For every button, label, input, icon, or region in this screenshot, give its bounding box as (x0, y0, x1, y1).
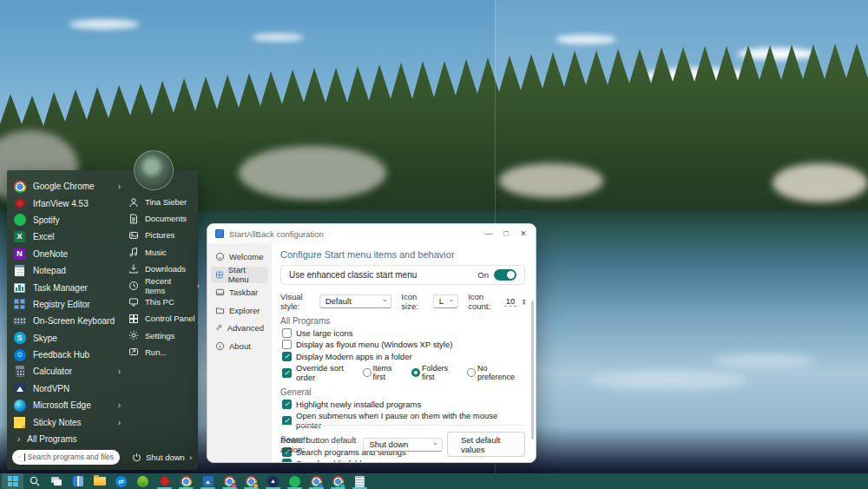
checkbox[interactable]: ✓ (282, 459, 292, 463)
close-button[interactable]: ✕ (515, 225, 532, 242)
start-item-notepad[interactable]: Notepad (13, 262, 122, 279)
start-item-on-screen-keyboard[interactable]: On-Screen Keyboard (13, 313, 122, 329)
start-menu-bottom-bar: Search programs and files Shut down › (12, 448, 193, 466)
search-icon (30, 476, 40, 486)
start-item-sticky-notes[interactable]: Sticky Notes › (13, 413, 122, 430)
document-icon (128, 214, 139, 224)
start-search-input[interactable]: Search programs and files (12, 450, 120, 465)
start-item-task-manager[interactable]: Task Manager (13, 279, 122, 295)
start-item-microsoft-edge[interactable]: Microsoft Edge › (13, 397, 122, 413)
radio-button[interactable] (411, 368, 420, 377)
user-avatar[interactable] (134, 150, 174, 190)
start-item-google-chrome[interactable]: Google Chrome › (13, 178, 122, 195)
set-default-values-button[interactable]: Set default values (447, 432, 525, 457)
checkbox-search-public-folders[interactable]: ✓ Search public folders (282, 459, 525, 463)
radio-button[interactable] (363, 368, 372, 377)
radio-no-preference[interactable]: No preference (467, 364, 525, 381)
start-item-excel[interactable]: X Excel (13, 228, 122, 245)
checkbox-override-sort-order[interactable]: ✓ Override sort order (282, 363, 363, 382)
window-app-icon (355, 476, 365, 487)
start-item-run[interactable]: Run... (128, 344, 200, 360)
spotify-icon (13, 214, 26, 227)
taskbar-spotify[interactable] (284, 473, 306, 489)
start-item-this-pc[interactable]: This PC (128, 294, 200, 310)
taskbar-chrome-profile-orange[interactable] (240, 473, 262, 489)
icon-size-select[interactable]: L ⌄ (433, 294, 458, 308)
taskbar-chrome[interactable] (175, 473, 197, 489)
checkbox[interactable]: ✓ (282, 400, 292, 409)
taskbar-chrome-profile-pink[interactable] (219, 473, 240, 489)
tab-advanced[interactable]: Advanced (211, 320, 268, 337)
start-item-label: Task Manager (33, 283, 122, 293)
start-menu: Google Chrome › IrfanView 4.53 Spotify X… (7, 170, 198, 470)
radio-items-first[interactable]: Items first (363, 364, 405, 381)
start-item-music[interactable]: Music (128, 244, 200, 261)
edge-icon (13, 399, 26, 412)
checkbox-flyout-menu[interactable]: Display as flyout menu (Windows XP style… (282, 340, 525, 349)
tab-start-menu[interactable]: Start Menu (211, 267, 268, 284)
enhanced-start-menu-toggle[interactable] (494, 269, 516, 281)
start-item-settings[interactable]: Settings (128, 327, 200, 344)
start-item-recent-items[interactable]: Recent Items › (128, 277, 200, 294)
checkbox-highlight-new-programs[interactable]: ✓ Highlight newly installed programs (282, 400, 525, 409)
start-button[interactable] (2, 473, 23, 489)
shutdown-button[interactable]: Shut down › (132, 453, 192, 462)
start-item-skype[interactable]: S Skype (13, 330, 122, 347)
taskbar-nordvpn[interactable]: ▲ (262, 473, 284, 489)
start-item-label: Documents (145, 214, 187, 223)
tab-welcome[interactable]: Welcome (211, 248, 268, 266)
tab-explorer[interactable]: Explorer (211, 302, 268, 320)
start-item-nordvpn[interactable]: NordVPN (13, 380, 122, 397)
checkbox-modern-apps-folder[interactable]: ✓ Display Modern apps in a folder (282, 352, 525, 361)
power-action-value: Shut down (369, 439, 408, 449)
start-item-label: Recent Items (145, 276, 191, 295)
start-item-feedback-hub[interactable]: ☺ Feedback Hub (13, 347, 122, 363)
radio-folders-first[interactable]: Folders first (411, 364, 461, 381)
checkbox[interactable] (282, 340, 292, 349)
start-item-registry-editor[interactable]: Registry Editor (13, 296, 122, 313)
taskbar-photos[interactable]: ▲ (197, 473, 219, 489)
all-programs-button[interactable]: › All Programs (17, 434, 77, 444)
tab-about[interactable]: About (211, 338, 268, 355)
start-item-calculator[interactable]: Calculator › (13, 363, 122, 380)
task-manager-icon (13, 281, 26, 294)
radio-button[interactable] (467, 368, 476, 377)
spin-down-icon[interactable]: ▾ (523, 301, 525, 306)
start-item-control-panel[interactable]: Control Panel (128, 310, 200, 327)
start-item-pictures[interactable]: Pictures (128, 227, 200, 243)
taskbar-movies-tv-app[interactable] (67, 473, 89, 489)
run-icon (128, 347, 139, 357)
taskbar-chrome-profile-teal[interactable] (327, 473, 349, 489)
taskbar-irfanview[interactable] (154, 473, 175, 489)
start-item-downloads[interactable]: Downloads (128, 261, 200, 277)
power-action-select[interactable]: Shut down ⌄ (363, 438, 443, 452)
task-view-button[interactable] (45, 473, 67, 489)
cloud-reflection (712, 354, 816, 367)
visual-style-value: Default (326, 296, 352, 306)
content-scrollbar[interactable] (531, 301, 534, 439)
taskbar-search-button[interactable] (23, 473, 45, 489)
checkbox[interactable] (282, 328, 292, 338)
taskbar-file-explorer[interactable] (89, 473, 110, 489)
checkbox[interactable]: ✓ (282, 368, 292, 378)
taskbar-icon (215, 287, 225, 297)
start-item-user-profile[interactable]: Tina Sieber (128, 194, 200, 210)
start-item-irfanview[interactable]: IrfanView 4.53 (13, 195, 122, 211)
icon-count-stepper[interactable]: ▴ ▾ (523, 298, 525, 306)
checkbox[interactable]: ✓ (282, 352, 292, 361)
taskbar-green-utility[interactable] (132, 473, 154, 489)
visual-style-select[interactable]: Default ⌄ (319, 294, 392, 308)
taskbar-chrome-profile-blue[interactable] (306, 473, 327, 489)
start-item-documents[interactable]: Documents (128, 210, 200, 227)
start-item-onenote[interactable]: N OneNote (13, 246, 122, 262)
taskbar-notepad-window[interactable] (349, 473, 371, 489)
taskbar-teamviewer[interactable]: ⇄ (110, 473, 132, 489)
window-titlebar[interactable]: StartAllBack configuration — □ ✕ (207, 224, 536, 243)
start-item-spotify[interactable]: Spotify (13, 212, 122, 228)
minimize-button[interactable]: — (480, 225, 497, 242)
wrench-icon (215, 323, 223, 333)
tab-taskbar[interactable]: Taskbar (211, 284, 268, 301)
checkbox[interactable]: ✓ (282, 416, 292, 426)
checkbox-use-large-icons[interactable]: Use large icons (282, 328, 525, 338)
maximize-button[interactable]: □ (497, 225, 515, 242)
